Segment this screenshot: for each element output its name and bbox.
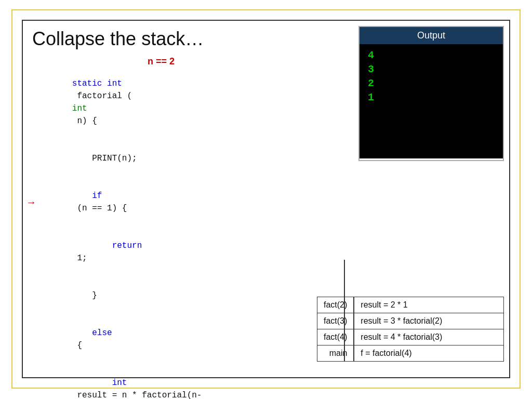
code-line-5: }	[32, 277, 349, 314]
slide-title: Collapse the stack…	[32, 28, 204, 50]
output-val-3: 3	[368, 63, 495, 75]
stack-table: fact(2) result = 2 * 1 fact(3) result = …	[317, 297, 504, 362]
arrow-indicator: →	[26, 196, 36, 208]
output-header: Output	[360, 27, 503, 44]
code-line-1: static int factorial ( int n) {	[32, 65, 349, 140]
inner-frame: Collapse the stack… n == 2 static int fa…	[22, 20, 510, 378]
kw-else: else	[72, 328, 112, 338]
frame-content-fact3: result = 3 * factorial(2)	[354, 313, 503, 329]
frame-name-main: main	[317, 345, 354, 362]
stack-row-fact3: fact(3) result = 3 * factorial(2)	[317, 313, 504, 329]
code-line-3: if (n == 1) {	[32, 177, 349, 227]
code-text: 1;	[72, 254, 87, 263]
code-line-4: return 1;	[32, 227, 349, 277]
code-text: n) {	[72, 116, 97, 126]
code-text: {	[72, 341, 82, 350]
kw-int: int	[72, 104, 87, 113]
frame-content-fact4: result = 4 * factorial(3)	[354, 329, 503, 345]
output-val-4: 4	[368, 49, 495, 61]
outer-frame: Collapse the stack… n == 2 static int fa…	[11, 9, 521, 389]
frame-name-fact2: fact(2)	[317, 297, 354, 313]
code-text: PRINT(n);	[72, 154, 137, 163]
code-line-7: int result = n * factorial(n-	[32, 364, 349, 399]
code-text: (n == 1) {	[72, 204, 127, 213]
output-val-2: 2	[368, 77, 495, 89]
output-content: 4 3 2 1	[360, 44, 503, 158]
stack-row-fact4: fact(4) result = 4 * factorial(3)	[317, 329, 504, 345]
code-text: result = n * factorial(n-	[72, 391, 202, 399]
frame-content-fact2: result = 2 * 1	[354, 297, 503, 313]
kw-return: return	[72, 241, 142, 250]
kw-if: if	[72, 191, 102, 201]
divider-line	[344, 260, 345, 362]
code-line-6: else {	[32, 314, 349, 364]
stack-row-main: main f = factorial(4)	[317, 345, 504, 362]
code-text: factorial (	[72, 91, 132, 101]
frame-name-fact3: fact(3)	[317, 313, 354, 329]
code-line-2: PRINT(n);	[32, 140, 349, 177]
stack-row-fact2: fact(2) result = 2 * 1	[317, 297, 504, 313]
output-box: Output 4 3 2 1	[358, 26, 504, 161]
code-text: }	[72, 291, 97, 300]
kw-int2: int	[72, 378, 127, 388]
frame-content-main: f = factorial(4)	[354, 345, 503, 362]
frame-name-fact4: fact(4)	[317, 329, 354, 345]
code-block: static int factorial ( int n) { PRINT(n)…	[32, 65, 349, 399]
kw-static: static int	[72, 79, 122, 88]
output-val-1: 1	[368, 91, 495, 103]
